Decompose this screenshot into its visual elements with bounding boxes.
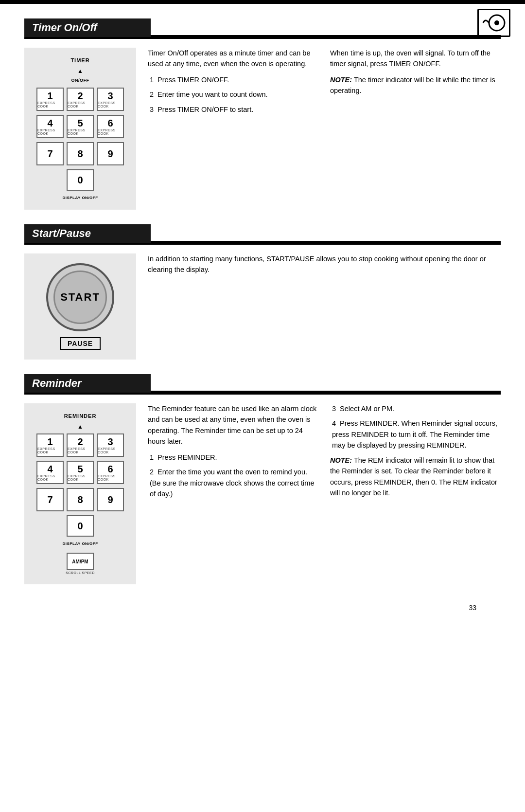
- start-button-outer: START: [46, 263, 114, 331]
- timer-key-2[interactable]: 2 EXPRESS COOK: [67, 88, 94, 111]
- start-pause-header: Start/Pause: [24, 224, 151, 243]
- timer-key-6[interactable]: 6 EXPRESS COOK: [97, 115, 124, 138]
- start-button-inner[interactable]: START: [53, 271, 107, 324]
- reminder-key-1[interactable]: 1 EXPRESS COOK: [36, 433, 64, 457]
- reminder-header: Reminder: [24, 374, 151, 393]
- timer-key-0[interactable]: 0: [67, 169, 94, 191]
- logo-icon: [482, 13, 506, 33]
- timer-key-row-3: 7 8 9: [36, 142, 124, 165]
- timer-key-row-1: 1 EXPRESS COOK 2 EXPRESS COOK 3 EXPRESS …: [36, 88, 124, 111]
- timer-key-4[interactable]: 4 EXPRESS COOK: [36, 115, 64, 138]
- ampm-label: AM/PM: [72, 559, 88, 564]
- start-pause-section: Start/Pause START PAUSE In addition to s…: [24, 224, 501, 360]
- reminder-key-4[interactable]: 4 EXPRESS COOK: [36, 461, 64, 484]
- timer-key-5[interactable]: 5 EXPRESS COOK: [67, 115, 94, 138]
- reminder-key-row-1: 1 EXPRESS COOK 2 EXPRESS COOK 3 EXPRESS …: [36, 433, 124, 457]
- reminder-key-8[interactable]: 8: [67, 488, 94, 511]
- reminder-key-9[interactable]: 9: [97, 488, 124, 511]
- timer-col1: Timer On/Off operates as a minute timer …: [148, 48, 318, 210]
- reminder-key-7[interactable]: 7: [36, 488, 64, 511]
- reminder-key-2[interactable]: 2 EXPRESS COOK: [67, 433, 94, 457]
- reminder-ampm-group: AM/PM SCROLL SPEED: [66, 553, 94, 575]
- page-number: 33: [24, 599, 501, 612]
- timer-keypad: TIMER ▲ ON/OFF 1 EXPRESS COOK 2 EXPRESS …: [24, 48, 136, 210]
- timer-section-header: Timer On/Off: [24, 18, 151, 37]
- start-pause-col1: In addition to starting many functions, …: [148, 253, 501, 360]
- timer-intro: Timer On/Off operates as a minute timer …: [148, 48, 318, 70]
- start-button-panel: START PAUSE: [24, 253, 136, 360]
- timer-key-row-2: 4 EXPRESS COOK 5 EXPRESS COOK 6 EXPRESS …: [36, 115, 124, 138]
- timer-key-3[interactable]: 3 EXPRESS COOK: [97, 88, 124, 111]
- reminder-col1: The Reminder feature can be used like an…: [148, 403, 318, 584]
- reminder-note: NOTE: The REM indicator will remain lit …: [330, 455, 501, 499]
- scroll-label: SCROLL SPEED: [66, 571, 94, 575]
- timer-note: NOTE: The timer indicator will be lit wh…: [330, 74, 501, 96]
- timer-col2-intro: When time is up, the oven will signal. T…: [330, 48, 501, 70]
- logo-box: [477, 9, 510, 37]
- timer-key-8[interactable]: 8: [67, 142, 94, 165]
- timer-step3: 3 Press TIMER ON/OFF to start.: [148, 104, 318, 115]
- reminder-keypad: REMINDER ▲ 1 EXPRESS COOK 2 EXPRESS COOK…: [24, 403, 136, 584]
- svg-point-1: [494, 20, 499, 25]
- timer-key-9[interactable]: 9: [97, 142, 124, 165]
- reminder-step2: 2 Enter the time you want the oven to re…: [148, 467, 318, 499]
- timer-keypad-label: TIMER: [70, 57, 89, 63]
- reminder-step1: 1 Press REMINDER.: [148, 452, 318, 463]
- reminder-display-label: DISPLAY ON/OFF: [62, 541, 98, 546]
- reminder-keypad-label: REMINDER: [64, 413, 97, 419]
- pause-label: PAUSE: [60, 337, 101, 350]
- reminder-key-6[interactable]: 6 EXPRESS COOK: [97, 461, 124, 484]
- timer-display-label: DISPLAY ON/OFF: [62, 196, 98, 200]
- timer-onoff-label: ON/OFF: [71, 78, 89, 83]
- reminder-section: Reminder REMINDER ▲ 1 EXPRESS COOK 2 EXP…: [24, 374, 501, 584]
- timer-section: Timer On/Off TIMER ▲ ON/OFF 1 EXPRESS CO…: [24, 18, 501, 210]
- reminder-key-row-3: 7 8 9: [36, 488, 124, 511]
- reminder-key-3[interactable]: 3 EXPRESS COOK: [97, 433, 124, 457]
- reminder-key-5[interactable]: 5 EXPRESS COOK: [67, 461, 94, 484]
- reminder-key-0[interactable]: 0: [67, 515, 94, 537]
- reminder-step3: 3 Select AM or PM.: [330, 403, 501, 414]
- timer-col2: When time is up, the oven will signal. T…: [330, 48, 501, 210]
- reminder-intro: The Reminder feature can be used like an…: [148, 403, 318, 447]
- reminder-step4: 4 Press REMINDER. When Reminder signal o…: [330, 418, 501, 451]
- reminder-col2: 3 Select AM or PM. 4 Press REMINDER. Whe…: [330, 403, 501, 584]
- timer-key-7[interactable]: 7: [36, 142, 64, 165]
- reminder-arrow: ▲: [77, 424, 83, 430]
- timer-key-1[interactable]: 1 EXPRESS COOK: [36, 88, 64, 111]
- timer-arrow: ▲: [77, 68, 83, 74]
- timer-step2: 2 Enter time you want to count down.: [148, 89, 318, 100]
- top-bar: [0, 0, 525, 4]
- start-pause-text: In addition to starting many functions, …: [148, 253, 501, 275]
- reminder-ampm-btn[interactable]: AM/PM: [67, 553, 94, 570]
- reminder-key-row-2: 4 EXPRESS COOK 5 EXPRESS COOK 6 EXPRESS …: [36, 461, 124, 484]
- start-label: START: [60, 291, 100, 304]
- timer-step1: 1 Press TIMER ON/OFF.: [148, 74, 318, 85]
